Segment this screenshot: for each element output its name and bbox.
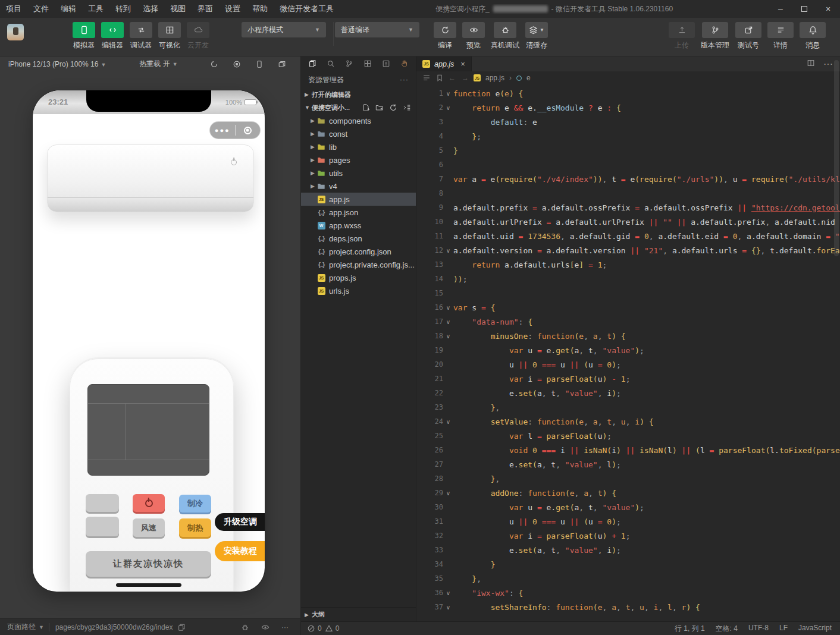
more-dots-icon[interactable]: ●●● (210, 121, 235, 139)
record-icon[interactable] (233, 60, 241, 68)
menu-item[interactable]: 转到 (109, 0, 137, 18)
search-icon[interactable] (327, 59, 336, 69)
line-gutter[interactable]: 19 (416, 346, 453, 354)
menu-item[interactable]: 项目 (0, 0, 27, 18)
line-gutter[interactable]: 12∨ (416, 246, 453, 254)
tree-file-app.js[interactable]: JSapp.js (301, 193, 416, 206)
files-icon[interactable] (308, 59, 318, 69)
line-gutter[interactable]: 20 (416, 360, 453, 369)
eol[interactable]: LF (779, 624, 788, 634)
tree-file-app.wxss[interactable]: Wapp.wxss (301, 219, 416, 232)
menu-item[interactable]: 视图 (164, 0, 192, 18)
tree-folder-v4[interactable]: ▶v4 (301, 180, 416, 193)
menu-item[interactable]: 微信开发者工具 (274, 0, 340, 18)
action-branch-button[interactable]: 版本管理 (701, 22, 729, 51)
line-gutter[interactable]: 37∨ (416, 603, 453, 611)
more-dots-icon[interactable]: ··· (400, 76, 409, 84)
mode-select[interactable]: 小程序模式▼ (242, 22, 326, 37)
miniprogram-capsule[interactable]: ●●● (209, 121, 261, 139)
tab-app-js[interactable]: JS app.js × (416, 56, 472, 71)
line-gutter[interactable]: 28 (416, 474, 453, 483)
line-gutter[interactable]: 25 (416, 432, 453, 440)
remote-share-button[interactable]: 让群友凉快凉快 (86, 551, 211, 577)
hand-icon[interactable] (400, 59, 410, 69)
action-lines-button[interactable]: 详情 (767, 22, 794, 51)
upgrade-ac-tag[interactable]: 升级空调 (215, 513, 265, 531)
split-editor-icon[interactable] (807, 59, 815, 70)
line-gutter[interactable]: 13 (416, 260, 453, 269)
line-gutter[interactable]: 17∨ (416, 318, 453, 326)
user-avatar[interactable] (7, 24, 24, 40)
language-mode[interactable]: JavaScript (798, 624, 832, 634)
remote-blank-button-2[interactable] (86, 517, 119, 536)
action-eye-button[interactable]: 预览 (462, 22, 485, 51)
encoding[interactable]: UTF-8 (748, 624, 769, 634)
action-bug-button[interactable]: 真机调试 (491, 22, 519, 51)
close-tab-icon[interactable]: × (460, 59, 465, 68)
line-gutter[interactable]: 35 (416, 574, 453, 583)
inspect-icon[interactable] (261, 623, 269, 631)
code-area[interactable]: 1∨function e(e) {2∨ return e && e.__esMo… (416, 84, 840, 621)
new-folder-icon[interactable] (375, 103, 384, 112)
tree-file-app.json[interactable]: {..}app.json (301, 206, 416, 219)
line-gutter[interactable]: 6 (416, 161, 453, 169)
line-gutter[interactable]: 24∨ (416, 417, 453, 426)
restart-icon[interactable] (210, 60, 218, 68)
line-gutter[interactable]: 29∨ (416, 489, 453, 497)
line-gutter[interactable]: 18∨ (416, 332, 453, 340)
open-editors-section[interactable]: ▶ 打开的编辑器 (301, 88, 416, 101)
more-dots-icon[interactable]: ··· (823, 59, 833, 70)
breadcrumb-symbol[interactable]: e (526, 74, 531, 82)
tree-folder-const[interactable]: ▶const (301, 127, 416, 140)
line-gutter[interactable]: 8 (416, 189, 453, 197)
page-path-label[interactable]: 页面路径 (7, 622, 36, 632)
device-select[interactable]: iPhone 12/13 (Pro) 100% 16▼ (8, 60, 106, 68)
line-gutter[interactable]: 15 (416, 289, 453, 297)
more-dots-icon[interactable]: ··· (281, 623, 289, 631)
tree-file-props.js[interactable]: JSprops.js (301, 271, 416, 284)
collapse-all-icon[interactable] (403, 103, 411, 112)
menu-item[interactable]: 界面 (192, 0, 219, 18)
forward-arrow-icon[interactable]: → (462, 74, 469, 82)
minimize-button[interactable]: – (769, 0, 792, 18)
line-gutter[interactable]: 23 (416, 403, 453, 411)
tree-file-project.private.config.js...[interactable]: {..}project.private.config.js... (301, 258, 416, 271)
tree-folder-lib[interactable]: ▶lib (301, 140, 416, 153)
menu-item[interactable]: 帮助 (246, 0, 274, 18)
line-gutter[interactable]: 14 (416, 275, 453, 283)
back-arrow-icon[interactable]: ← (449, 74, 456, 82)
remote-power-button[interactable] (133, 494, 165, 512)
maximize-button[interactable] (792, 0, 816, 18)
menu-item[interactable]: 设置 (219, 0, 246, 18)
remote-blank-button-1[interactable] (86, 494, 119, 512)
action-layers-button[interactable]: ▼清缓存 (525, 22, 548, 51)
tool-code-button[interactable]: 编辑器 (101, 22, 124, 51)
line-gutter[interactable]: 9 (416, 203, 453, 212)
tool-grid-button[interactable]: 可视化 (158, 22, 181, 51)
action-bell-button[interactable]: 消息 (800, 22, 826, 51)
line-gutter[interactable]: 11 (416, 232, 453, 240)
tree-file-urls.js[interactable]: JSurls.js (301, 284, 416, 297)
refresh-icon[interactable] (389, 103, 397, 112)
remote-fanspeed-button[interactable]: 风速 (133, 518, 165, 537)
line-gutter[interactable]: 27 (416, 460, 453, 469)
tree-file-project.config.json[interactable]: {..}project.config.json (301, 245, 416, 258)
line-gutter[interactable]: 7 (416, 175, 453, 183)
line-gutter[interactable]: 4 (416, 132, 453, 140)
source-control-icon[interactable] (345, 59, 355, 69)
debug-icon[interactable] (241, 623, 249, 631)
new-file-icon[interactable] (362, 103, 370, 112)
breadcrumb-file[interactable]: app.js (485, 74, 504, 82)
line-gutter[interactable]: 21 (416, 375, 453, 383)
line-gutter[interactable]: 3 (416, 118, 453, 126)
multi-window-icon[interactable] (278, 60, 286, 68)
tree-file-deps.json[interactable]: {..}deps.json (301, 232, 416, 245)
action-refresh-button[interactable]: 编译 (434, 22, 456, 51)
line-gutter[interactable]: 16∨ (416, 303, 453, 312)
compile-mode-select[interactable]: 普通编译▼ (335, 22, 419, 37)
tool-phone-button[interactable]: 模拟器 (73, 22, 95, 51)
menu-item[interactable]: 工具 (82, 0, 109, 18)
line-gutter[interactable]: 32 (416, 532, 453, 540)
menu-item[interactable]: 编辑 (55, 0, 82, 18)
line-gutter[interactable]: 5 (416, 146, 453, 155)
